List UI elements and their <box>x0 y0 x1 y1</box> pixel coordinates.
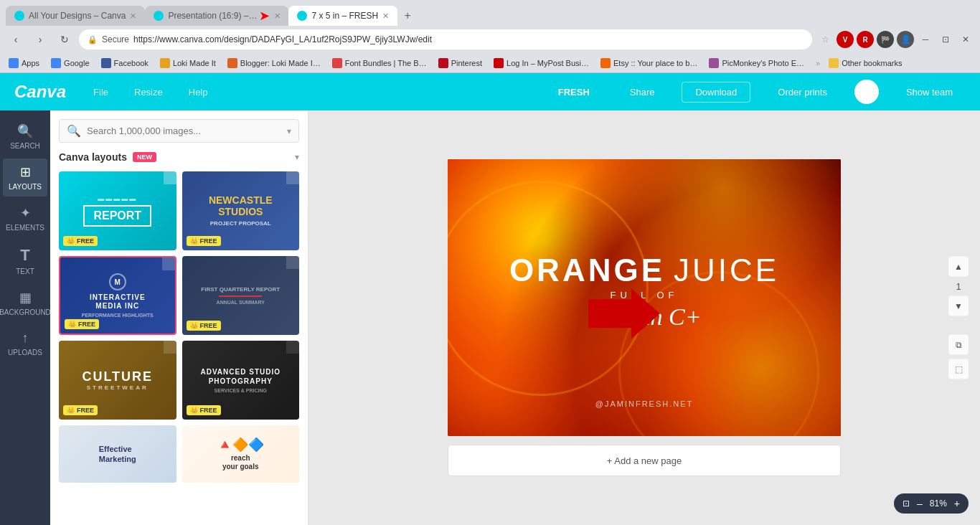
fresh-button[interactable]: FRESH <box>545 82 603 102</box>
maximize-icon[interactable]: ⊡ <box>937 31 954 48</box>
bookmark-fontbundles[interactable]: Font Bundles | The B… <box>329 57 430 70</box>
more-bookmarks[interactable]: » <box>816 59 820 67</box>
address-url: https://www.canva.com/design/DADAFyGI_LA… <box>133 34 432 44</box>
sidebar-item-text[interactable]: T TEXT <box>3 240 47 281</box>
search-input[interactable] <box>87 126 281 136</box>
fold-corner-newcastle <box>286 171 299 184</box>
template-report[interactable]: ▬▬▬▬▬ REPORT 👑 FREE <box>59 171 176 250</box>
tab-3-close[interactable]: ✕ <box>382 11 389 21</box>
newcastle-subtitle: PROJECT PROPOSAL <box>209 220 273 227</box>
sidebar-item-layouts[interactable]: ⊞ LAYOUTS <box>3 159 47 197</box>
chevron-down-tool[interactable]: ▼ <box>948 296 969 316</box>
tab-3-icon <box>297 11 307 21</box>
sidebar-item-background[interactable]: ▦ BACKGROUND <box>3 284 47 322</box>
bookmark-other[interactable]: Other bookmarks <box>826 57 905 70</box>
bookmark-picmonkey[interactable]: PicMonkey's Photo E… <box>706 57 807 70</box>
picmonkey-icon <box>709 58 719 68</box>
forward-button[interactable]: › <box>30 29 50 49</box>
template-effective[interactable]: EffectiveMarketing <box>59 425 176 483</box>
order-prints-button[interactable]: Order prints <box>765 82 840 102</box>
back-button[interactable]: ‹ <box>6 29 26 49</box>
template-newcastle[interactable]: NEWCASTLESTUDIOS PROJECT PROPOSAL 👑 FREE <box>182 171 300 250</box>
profile-icon[interactable]: 👤 <box>897 31 914 48</box>
template-reach-thumb: 🔺🔶🔷 reachyour goals <box>182 425 300 483</box>
zoom-level: 81% <box>930 498 947 509</box>
template-reach[interactable]: 🔺🔶🔷 reachyour goals <box>182 425 300 483</box>
user-avatar[interactable] <box>854 80 879 104</box>
search-bar-icon: 🔍 <box>67 124 81 138</box>
canva-ext-icon[interactable]: V <box>837 31 854 48</box>
search-chevron-icon[interactable]: ▾ <box>287 126 291 136</box>
download-button[interactable]: Download <box>682 82 750 103</box>
sidebar-item-elements[interactable]: ✦ ELEMENTS <box>3 199 47 237</box>
bookmark-mypost[interactable]: Log In – MyPost Busi… <box>491 57 592 70</box>
share-button[interactable]: Share <box>617 82 668 102</box>
tab-2-icon <box>154 11 164 21</box>
canvas-area: ORANGE JUICE FULL OF Vitamin C+ @JAMINFR… <box>308 110 980 525</box>
main-title-row: ORANGE JUICE <box>465 252 824 288</box>
bookmark-star-icon[interactable]: ☆ <box>816 31 834 48</box>
main-layout: 🔍 SEARCH ⊞ LAYOUTS ✦ ELEMENTS T TEXT ▦ B… <box>0 110 980 525</box>
zoom-plus-button[interactable]: + <box>954 498 960 509</box>
add-page-bar[interactable]: + Add a new page <box>448 445 841 476</box>
bookmark-loki[interactable]: Loki Made It <box>157 57 219 70</box>
free-badge-newcastle: 👑 FREE <box>187 236 221 246</box>
bottom-template-grid: EffectiveMarketing 🔺🔶🔷 reachyour goals <box>59 425 299 483</box>
bookmark-facebook[interactable]: Facebook <box>98 57 151 70</box>
tab-1-close[interactable]: ✕ <box>130 11 136 21</box>
search-bar[interactable]: 🔍 ▾ <box>59 119 299 143</box>
juice-text: JUICE <box>674 252 779 288</box>
template-studio[interactable]: ADVANCED STUDIOPHOTOGRAPHY SERVICES & PR… <box>182 341 300 420</box>
ext-icon-3[interactable]: 🏁 <box>877 31 894 48</box>
tab-1-icon <box>14 11 24 21</box>
crown-icon-quarterly: 👑 <box>190 322 198 329</box>
chevron-up-tool[interactable]: ▲ <box>948 257 969 277</box>
crown-icon-studio: 👑 <box>190 407 198 414</box>
layouts-chevron-icon[interactable]: ▾ <box>295 152 299 162</box>
close-icon[interactable]: ✕ <box>957 31 974 48</box>
browser-action-icons: ☆ V R 🏁 👤 ─ ⊡ ✕ <box>816 31 974 48</box>
sidebar-item-uploads[interactable]: ↑ UPLOADS <box>3 325 47 362</box>
template-quarterly[interactable]: FIRST QUARTERLY REPORT ANNUAL SUMMARY 👑 … <box>182 256 300 335</box>
bookmark-apps[interactable]: Apps <box>6 57 42 70</box>
address-input[interactable]: 🔒 Secure https://www.canva.com/design/DA… <box>79 29 812 49</box>
free-label-quarterly: FREE <box>200 322 217 329</box>
bookmark-pinterest-label: Pinterest <box>451 59 482 67</box>
show-team-button[interactable]: Show team <box>893 82 966 102</box>
tab-2-close[interactable]: ✕ <box>274 11 281 21</box>
pinterest-icon <box>438 58 448 68</box>
template-culture[interactable]: CULTURE STREETWEAR 👑 FREE <box>59 341 176 420</box>
template-effective-thumb: EffectiveMarketing <box>59 425 176 483</box>
reach-title: reachyour goals <box>217 454 264 471</box>
bookmark-google[interactable]: Google <box>48 57 92 70</box>
sidebar-item-search[interactable]: 🔍 SEARCH <box>3 118 47 156</box>
reload-button[interactable]: ↻ <box>55 29 75 49</box>
ext-icon-2[interactable]: R <box>857 31 874 48</box>
new-badge: NEW <box>133 152 156 162</box>
resize-menu[interactable]: Resize <box>128 84 169 100</box>
tab-3[interactable]: 7 x 5 in – FRESH ✕ <box>288 6 397 26</box>
crown-icon-report: 👑 <box>67 237 75 245</box>
new-tab-button[interactable]: + <box>397 6 418 26</box>
template-interactive[interactable]: M INTERACTIVEMEDIA INC PERFORMANCE HIGHL… <box>59 256 176 335</box>
newcastle-title: NEWCASTLESTUDIOS <box>209 195 273 217</box>
free-label-newcastle: FREE <box>200 237 217 245</box>
copy-page-tool[interactable]: ⧉ <box>948 335 969 355</box>
file-menu[interactable]: File <box>88 84 114 100</box>
help-menu[interactable]: Help <box>183 84 214 100</box>
tab-2[interactable]: Presentation (16:9) –… ➤ ✕ <box>145 6 288 26</box>
bookmark-pinterest[interactable]: Pinterest <box>435 57 485 70</box>
tab-1[interactable]: All Your Designs – Canva ✕ <box>6 6 145 26</box>
loki-icon <box>160 58 170 68</box>
interactive-subtitle: PERFORMANCE HIGHLIGHTS <box>82 313 154 318</box>
bookmark-blogger[interactable]: Blogger: Loki Made I… <box>225 57 324 70</box>
delete-page-tool[interactable]: ⬚ <box>948 359 969 379</box>
bookmark-blogger-label: Blogger: Loki Made I… <box>240 59 321 67</box>
apps-icon <box>9 58 19 68</box>
zoom-minus-button[interactable]: – <box>917 498 923 509</box>
minimize-icon[interactable]: ─ <box>917 31 934 48</box>
elements-icon: ✦ <box>20 205 31 221</box>
layouts-header: Canva layouts NEW ▾ <box>59 151 299 163</box>
bookmark-etsy[interactable]: Etsy :: Your place to b… <box>598 57 700 70</box>
red-arrow-pointer <box>588 288 660 341</box>
